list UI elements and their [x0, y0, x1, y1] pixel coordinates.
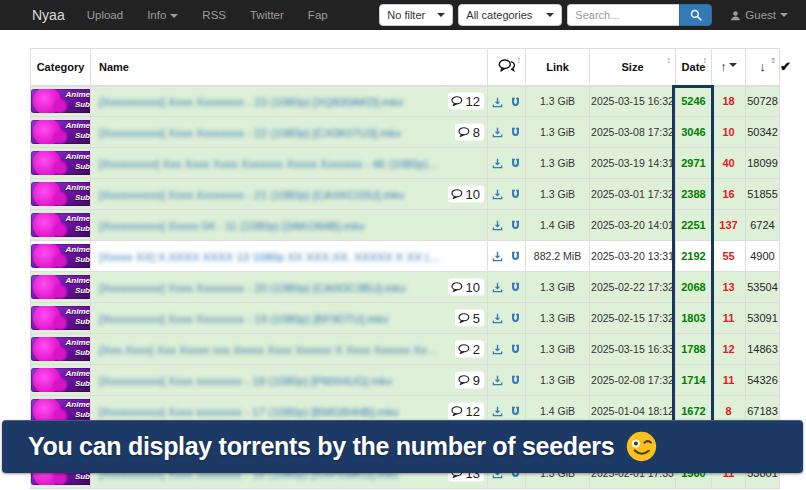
- leechers-cell: 55: [712, 241, 746, 272]
- size-cell: 1.3 GiB: [526, 272, 590, 303]
- banner-text: You can display torrents by the number o…: [28, 432, 614, 461]
- comments-icon: [498, 59, 515, 72]
- magnet-icon[interactable]: [510, 375, 521, 386]
- nav-fap[interactable]: Fap: [308, 9, 328, 21]
- download-icon[interactable]: [492, 189, 503, 200]
- category-badge-anime-sub[interactable]: AnimeSub: [31, 244, 91, 268]
- magnet-icon[interactable]: [510, 282, 521, 293]
- nav-info[interactable]: Info: [147, 9, 178, 21]
- download-icon[interactable]: [492, 220, 503, 231]
- download-icon[interactable]: [492, 282, 503, 293]
- download-icon[interactable]: [492, 158, 503, 169]
- user-menu[interactable]: Guest: [730, 9, 788, 21]
- leechers-cell: 12: [712, 334, 746, 365]
- completed-cell: 14863: [746, 334, 780, 365]
- magnet-icon[interactable]: [510, 189, 521, 200]
- category-badge-anime-sub[interactable]: AnimeSub: [31, 306, 91, 330]
- seeders-cell: 5246: [676, 86, 712, 117]
- magnet-icon[interactable]: [510, 158, 521, 169]
- leechers-cell: 16: [712, 179, 746, 210]
- table-row: AnimeSub [Xxxxxxxxxx] Xxxx Xxxxxxxx - 20…: [31, 272, 780, 303]
- torrent-name-link[interactable]: [Xxxxxxxxxx] Xxxx Xxxxxxxx - 23 (1080p) …: [99, 96, 403, 108]
- magnet-icon[interactable]: [510, 313, 521, 324]
- date-cell: 2025-03-20 14:01: [590, 210, 676, 241]
- seeders-cell: 1803: [676, 303, 712, 334]
- comment-bubble-icon: [451, 406, 464, 417]
- magnet-icon[interactable]: [510, 220, 521, 231]
- torrent-name-link[interactable]: [Xxxxxxxxx] Xxx Xxxx Xxxx Xxxxxxx Xxxxx …: [99, 158, 441, 170]
- download-icon[interactable]: [492, 344, 503, 355]
- magnet-icon[interactable]: [510, 406, 521, 417]
- brand-nyaa[interactable]: Nyaa: [32, 7, 65, 23]
- magnet-icon[interactable]: [510, 344, 521, 355]
- search-input[interactable]: [567, 4, 679, 26]
- header-comments[interactable]: ↕: [488, 49, 526, 86]
- torrent-name-link[interactable]: [Xxxxxxxxxx] Xxxx Xxxxxxxx - 19 (1080p) …: [99, 313, 388, 325]
- download-icon[interactable]: [492, 375, 503, 386]
- comments-count[interactable]: 8: [455, 124, 484, 141]
- comment-bubble-icon: [458, 375, 471, 386]
- torrent-name-link[interactable]: [Xxxxx XX] X.XXXX XXXX 13 1080p XX XXX.X…: [99, 251, 441, 263]
- header-link: Link: [526, 49, 590, 86]
- table-row: AnimeSub [Xxxxx XX] X.XXXX XXXX 13 1080p…: [31, 241, 780, 272]
- header-size[interactable]: Size↕: [590, 49, 676, 86]
- category-badge-anime-sub[interactable]: AnimeSub: [31, 368, 91, 392]
- magnet-icon[interactable]: [510, 127, 521, 138]
- header-date[interactable]: Date↕: [676, 49, 712, 86]
- category-badge-anime-sub[interactable]: AnimeSub: [31, 120, 91, 144]
- download-icon[interactable]: [492, 251, 503, 262]
- completed-cell: 53504: [746, 272, 780, 303]
- table-row: AnimeSub [Xxx-Xxxx] Xxx Xxxxx xxx Xxxxx …: [31, 334, 780, 365]
- download-icon[interactable]: [492, 406, 503, 417]
- table-row: AnimeSub [Xxxxxxxxxx] Xxxx Xxxxxxxx - 23…: [31, 86, 780, 117]
- magnet-icon[interactable]: [510, 97, 521, 108]
- comments-count[interactable]: 12: [448, 403, 484, 420]
- header-name[interactable]: Name: [91, 49, 488, 86]
- torrent-name-link[interactable]: [Xxxxxxxxxx] Xxxx Xxxxxxxx - 20 (1080p) …: [99, 282, 406, 294]
- date-cell: 2025-02-08 17:32: [590, 365, 676, 396]
- category-badge-anime-sub[interactable]: AnimeSub: [31, 182, 91, 206]
- completed-cell: 53091: [746, 303, 780, 334]
- torrent-name-link[interactable]: [Xxxxxxxxxx] Xxxx xxxxxxxx - 17 (1080p) …: [99, 406, 399, 418]
- filter-select[interactable]: No filter: [379, 4, 453, 26]
- seeders-cell: 2388: [676, 179, 712, 210]
- seeders-cell: 2971: [676, 148, 712, 179]
- chevron-down-icon: [437, 13, 445, 17]
- comments-count[interactable]: 10: [448, 186, 484, 203]
- annotation-banner: You can display torrents by the number o…: [2, 420, 803, 473]
- download-icon[interactable]: [492, 97, 503, 108]
- header-category[interactable]: Category: [31, 49, 91, 86]
- comments-count[interactable]: 9: [455, 372, 484, 389]
- download-icon[interactable]: [492, 313, 503, 324]
- seeders-cell: 2251: [676, 210, 712, 241]
- completed-cell: 54326: [746, 365, 780, 396]
- torrent-name-link[interactable]: [Xxxxxxxxxx] Xxxxx 04 - 11 (1080p) [3AKO…: [99, 220, 365, 232]
- size-cell: 1.3 GiB: [526, 334, 590, 365]
- category-badge-anime-sub[interactable]: AnimeSub: [31, 213, 91, 237]
- category-badge-anime-sub[interactable]: AnimeSub: [31, 89, 91, 113]
- header-seeders[interactable]: ↑: [712, 49, 746, 86]
- comments-count[interactable]: 5: [455, 310, 484, 327]
- nav-upload[interactable]: Upload: [87, 9, 123, 21]
- category-badge-anime-sub[interactable]: AnimeSub: [31, 275, 91, 299]
- torrent-name-link[interactable]: [Xxxxxxxxxx] Xxxx Xxxxxxxx - 22 (1080p) …: [99, 127, 401, 139]
- torrent-name-link[interactable]: [Xxxxxxxxxx] Xxxx Xxxxxxxx - 21 (1080p) …: [99, 189, 404, 201]
- category-badge-anime-sub[interactable]: AnimeSub: [31, 151, 91, 175]
- search-icon: [690, 9, 702, 21]
- download-icon[interactable]: [492, 127, 503, 138]
- torrent-name-link[interactable]: [Xxxxxxxxxx] Xxxx xxxxxxxx - 18 (1080p) …: [99, 375, 392, 387]
- torrent-name-link[interactable]: [Xxx-Xxxx] Xxx Xxxxx xxx Xxxxx Xxxx Xxxx…: [99, 344, 441, 356]
- navbar: Nyaa Upload Info RSS Twitter Fap No filt…: [0, 0, 806, 30]
- sort-icon: ↕: [703, 55, 708, 65]
- magnet-icon[interactable]: [510, 251, 521, 262]
- comments-count[interactable]: 12: [448, 93, 484, 110]
- arrow-up-icon: ↑: [720, 59, 727, 74]
- leechers-cell: 13: [712, 272, 746, 303]
- category-select[interactable]: All categories: [458, 4, 562, 26]
- nav-twitter[interactable]: Twitter: [250, 9, 284, 21]
- search-button[interactable]: [679, 4, 712, 26]
- comments-count[interactable]: 10: [448, 279, 484, 296]
- comments-count[interactable]: 2: [455, 341, 484, 358]
- nav-rss[interactable]: RSS: [202, 9, 226, 21]
- category-badge-anime-sub[interactable]: AnimeSub: [31, 337, 91, 361]
